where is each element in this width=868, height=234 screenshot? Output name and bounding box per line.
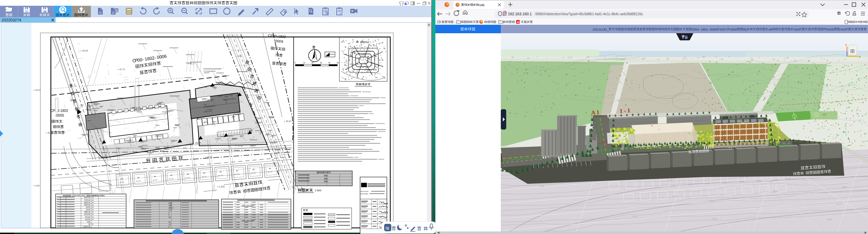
svg-text:♠11.5m: ♠11.5m [153, 179, 158, 181]
svg-text:♣3: ♣3 [137, 176, 140, 178]
svg-text:9.60: 9.60 [35, 184, 40, 187]
svg-text:7: 7 [725, 28, 727, 31]
svg-text:20: 20 [312, 62, 314, 64]
svg-text:m²: m² [92, 209, 94, 211]
svg-text:39.95: 39.95 [842, 186, 847, 188]
svg-text:3: 3 [797, 28, 799, 31]
svg-text:1.2: 1.2 [169, 224, 171, 226]
svg-text:9: 9 [169, 226, 170, 228]
svg-text:m²: m² [92, 199, 94, 201]
svg-text:CP00-1802-0007: CP00-1802-0007 [241, 205, 254, 207]
svg-text:0.80: 0.80 [87, 221, 90, 223]
svg-text:1.7×12m20.4: 1.7×12m20.4 [203, 70, 216, 72]
svg-text:40.54: 40.54 [82, 50, 88, 52]
svg-text:A11000N06: A11000N06 [361, 193, 368, 195]
svg-text:...: ... [454, 21, 457, 24]
svg-text:202203274: 202203274 [2, 18, 21, 22]
svg-text:8: 8 [735, 28, 737, 31]
svg-text:471.60: 471.60 [85, 216, 91, 218]
svg-text:6.5: 6.5 [169, 217, 171, 218]
svg-text:13914.66: 13914.66 [83, 226, 90, 228]
svg-text:♣3: ♣3 [154, 175, 156, 177]
svg-text:4.009: 4.009 [219, 186, 225, 188]
svg-text:m²: m² [92, 197, 94, 198]
svg-text:♠11.5m: ♠11.5m [185, 177, 191, 179]
svg-text:x: x [859, 55, 861, 58]
svg-text:♠11.5m: ♠11.5m [235, 173, 240, 175]
svg-text:6: 6 [770, 28, 772, 31]
svg-text:4000: 4000 [169, 205, 172, 207]
svg-text:30: 30 [320, 62, 322, 64]
svg-text::9980/#/detectionView?guid=45c: :9980/#/detectionView?guid=45c9d861-fad1… [534, 12, 643, 16]
svg-text:♠11.5m: ♠11.5m [120, 181, 125, 183]
svg-text:-: - [708, 28, 709, 31]
svg-text:-0009: -0009 [274, 39, 283, 43]
svg-text:40.75: 40.75 [207, 156, 213, 158]
svg-text:5244.50: 5244.50 [84, 204, 90, 206]
svg-text:m²: m² [92, 204, 94, 206]
svg-text:0: 0 [169, 214, 170, 216]
svg-text:S: S [482, 3, 485, 7]
svg-text:30: 30 [88, 223, 90, 225]
svg-text:8: 8 [832, 28, 833, 31]
svg-text:♣3: ♣3 [220, 171, 222, 173]
svg-text:39.02: 39.02 [633, 216, 637, 218]
svg-text:5800: 5800 [324, 180, 328, 182]
svg-text:2: 2 [745, 28, 747, 31]
svg-text:40.57: 40.57 [35, 89, 41, 91]
svg-text:5800: 5800 [324, 175, 328, 177]
svg-text:%: % [92, 223, 93, 225]
svg-text:41.70: 41.70 [119, 68, 125, 71]
svg-text:192.163.160.1: 192.163.160.1 [508, 12, 532, 16]
svg-text:CP00-1802: CP00-1802 [50, 109, 68, 113]
svg-text:m²: m² [92, 202, 94, 203]
svg-text:38.06: 38.06 [785, 177, 790, 179]
svg-text:-: - [699, 28, 700, 31]
svg-text:50: 50 [337, 62, 339, 64]
svg-text:103.50: 103.50 [85, 218, 91, 220]
svg-text:A111001697: A111001697 [361, 191, 369, 192]
svg-text:m²: m² [92, 216, 94, 218]
svg-text:♠11.5m: ♠11.5m [136, 180, 141, 182]
svg-text:5800: 5800 [324, 178, 328, 180]
svg-text:0: 0 [169, 212, 170, 214]
svg-text:♣3: ♣3 [187, 173, 189, 175]
svg-text:39.65: 39.65 [47, 132, 53, 134]
svg-text:♣3: ♣3 [253, 168, 255, 170]
svg-text:40: 40 [328, 62, 330, 64]
svg-text:CP00-1802-0008: CP00-1802-0008 [241, 220, 254, 222]
svg-text:39.12: 39.12 [667, 179, 672, 181]
svg-text:38.75: 38.75 [673, 195, 677, 197]
svg-text:♠11.5m: ♠11.5m [202, 175, 207, 177]
svg-text:30: 30 [169, 221, 171, 223]
svg-text:5: 5 [715, 28, 716, 31]
svg-text:40.98: 40.98 [539, 185, 544, 187]
svg-text:知: 知 [115, 9, 118, 12]
svg-text:♣3: ♣3 [203, 172, 205, 174]
svg-text:25.50: 25.50 [86, 206, 90, 208]
svg-text:JD: JD [517, 21, 520, 23]
svg-text:A 1: A 1 [591, 109, 599, 116]
svg-text:5280.00: 5280.00 [84, 201, 90, 203]
svg-text:17.6: 17.6 [169, 210, 172, 211]
svg-text:1:500: 1:500 [315, 189, 322, 192]
svg-text:♠11.5m: ♠11.5m [251, 172, 256, 174]
svg-text:1 - 1: 1 - 1 [619, 107, 630, 114]
svg-text:m²: m² [92, 214, 94, 215]
svg-text:-0005: -0005 [55, 113, 64, 117]
svg-text:40.61: 40.61 [286, 120, 292, 122]
svg-text:1890.00: 1890.00 [84, 211, 90, 213]
svg-text:♣3: ♣3 [269, 167, 271, 169]
svg-text:7170.00: 7170.00 [84, 199, 90, 201]
svg-text:39.69: 39.69 [712, 218, 717, 220]
svg-text:6600.00: 6600.00 [84, 196, 90, 198]
svg-text:_: _ [606, 28, 609, 31]
svg-text:2862.4: 2862.4 [169, 207, 174, 209]
svg-text:♠11.5m: ♠11.5m [268, 171, 273, 173]
svg-text:m²: m² [92, 211, 94, 213]
svg-text:1314.50: 1314.50 [84, 213, 90, 215]
svg-text:0: 0 [295, 62, 296, 64]
svg-text:39.88: 39.88 [237, 144, 243, 147]
svg-text:3: 3 [843, 28, 845, 31]
svg-text:4000: 4000 [169, 202, 172, 204]
